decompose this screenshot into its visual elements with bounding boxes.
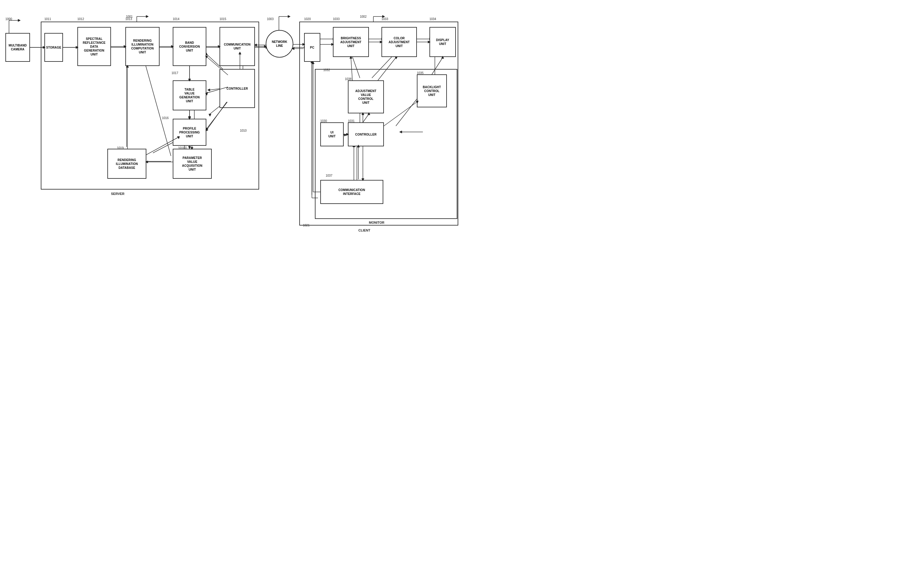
svg-marker-143 (288, 15, 290, 18)
svg-marker-146 (18, 19, 20, 21)
box-network-line: NETWORKLINE (266, 30, 293, 58)
ref-label-brightness: 1033 (333, 17, 339, 21)
ref-1002: 1002 (360, 15, 366, 18)
ref-1011: 1011 (44, 17, 51, 21)
ref-1015: 1015 (219, 17, 226, 21)
ref-1021: 1021 (303, 224, 310, 227)
svg-marker-137 (146, 15, 148, 18)
ref-1000: 1000 (5, 17, 12, 21)
monitor-label: MONITOR (369, 221, 384, 224)
ref-1003: 1003 (267, 17, 273, 21)
box-multiband-camera: MULTIBAND CAMERA (5, 33, 30, 62)
ref-1014: 1014 (173, 17, 180, 21)
ref-1012: 1012 (77, 17, 84, 21)
ref-1001: 1001 (126, 15, 133, 18)
client-label: CLIENT (358, 229, 371, 232)
server-label: SERVER (111, 192, 124, 196)
ref-label-display: 1034 (430, 17, 436, 21)
ref-label-color: 1033 (382, 17, 388, 21)
monitor-group-border (315, 69, 457, 219)
diagram: 1000 MULTIBAND CAMERA 1011 STORAGE 1012 … (0, 0, 462, 290)
server-group-border (41, 21, 259, 189)
ref-1020: 1020 (304, 17, 311, 21)
